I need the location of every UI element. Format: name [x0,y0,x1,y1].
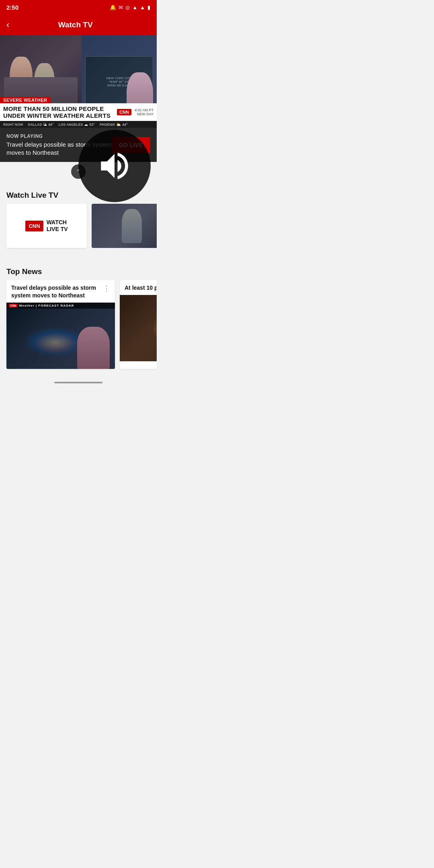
cnn-us-logo: CNN [25,221,43,231]
ticker-cities-bar: RIGHT NOW DALLAS 🌤 46° LOS ANGELES ☁ 53°… [0,121,157,128]
status-icons: 🔔 ✉ ◎ ▲ ▲ ▮ [110,4,150,10]
app-header: ‹ Watch TV [0,14,157,35]
news-card-1[interactable]: Travel delays possible as storm system m… [6,280,115,369]
person-card[interactable] [92,204,157,248]
hotel-glow [152,308,157,348]
news-card-1-headline: Travel delays possible as storm system m… [11,284,100,299]
ticker-label: SEVERE WEATHER [0,96,157,103]
radar-cnn-logo: CNN [9,304,17,307]
city-dallas: DALLAS 🌤 46° [28,122,54,127]
news-card-1-image: CNN Weather | FORECAST RADAR [6,303,115,369]
person-silhouette [122,209,142,243]
program-name: NEW DAY [135,112,154,116]
cnn-us-card-inner: CNN WATCHLIVE TV [20,214,72,237]
live-tv-cards-row: CNN WATCHLIVE TV CNNInternational WA...L… [0,204,157,254]
radar-header: CNN Weather | FORECAST RADAR [6,303,115,309]
gmail-icon: ✉ [119,4,123,10]
person-image [92,204,157,248]
wifi-icon: ▲ [132,4,137,10]
notification-icon: 🔔 [110,4,116,10]
news-card-2-headline: At least 10 peo... Orleans, police... [125,284,157,292]
top-news-section: Top News Travel delays possible as storm… [0,258,157,379]
more-menu-button-1[interactable]: ⋮ [103,284,110,293]
city-phoenix: PHOENIX ⛅ 44° [100,122,128,127]
radar-person [77,327,110,369]
news-ticker: SEVERE WEATHER MORE THAN 50 MILLION PEOP… [0,96,157,128]
news-card-2-image [120,295,157,361]
city-los-angeles: LOS ANGELES ☁ 53° [59,122,95,127]
ticker-headline-text: MORE THAN 50 MILLION PEOPLE UNDER WINTER… [3,105,114,119]
news-cards-row: Travel delays possible as storm system m… [0,280,157,375]
status-time: 2:50 [6,4,18,11]
forecast-radar-label: Weather | FORECAST RADAR [19,304,74,307]
city-right-now: RIGHT NOW [3,122,23,127]
signal-icon: ▲ [140,4,145,10]
home-indicator [0,379,157,385]
cnn-us-card[interactable]: CNN WATCHLIVE TV [6,204,87,248]
back-button[interactable]: ‹ [6,20,9,30]
home-bar [54,382,102,383]
radar-blob-2 [34,333,77,354]
page-title: Watch TV [9,20,141,29]
volume-overlay[interactable] [78,130,151,202]
video-player[interactable]: NEW YORK CITYTEMP 30° 24°WIND NE 8 mph S… [0,35,157,128]
ticker-time: 4:02 AM PT NEW DAY [135,108,154,116]
collapse-button-row: ⌃ [0,162,157,181]
battery-icon: ▮ [147,4,150,10]
radar-body [6,309,115,369]
status-bar: 2:50 🔔 ✉ ◎ ▲ ▲ ▮ [0,0,157,14]
volume-icon [96,148,133,184]
hotel-image [120,295,157,361]
cnn-us-watch-label: WATCHLIVE TV [47,219,68,233]
ticker-main-bar: MORE THAN 50 MILLION PEOPLE UNDER WINTER… [0,103,157,121]
cnn-logo-ticker: CNN [117,109,131,115]
ticker-category-label: SEVERE WEATHER [0,97,50,103]
at-icon: ◎ [125,4,130,10]
news-card-2-text-area: At least 10 peo... Orleans, police... [120,280,157,295]
news-card-2[interactable]: At least 10 peo... Orleans, police... [120,280,157,369]
top-news-title: Top News [0,261,157,280]
radar-image: CNN Weather | FORECAST RADAR [6,303,115,369]
news-card-1-text-area: Travel delays possible as storm system m… [6,280,115,303]
hotel-interior [120,295,157,361]
